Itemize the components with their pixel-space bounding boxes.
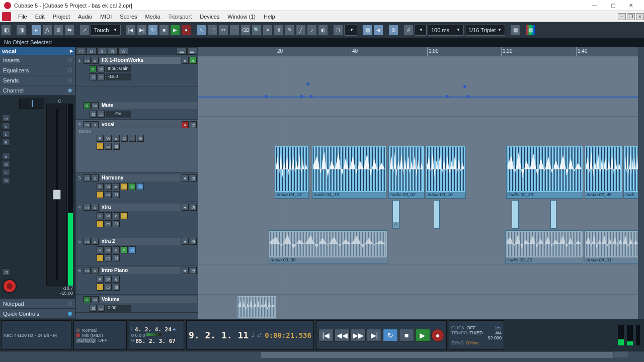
automation-mode-select[interactable]: Touch▼ [91,25,121,36]
lane-xtra[interactable]: Audio 03_30 Audio 03_20 Audio 04_01 [198,230,644,264]
mute-button[interactable]: m [84,121,91,128]
inspector-track-name[interactable]: vocal▶ [0,47,75,55]
erase-tool[interactable]: ⌫ [240,25,251,36]
audio-clip[interactable]: Audio 02_30 [506,146,583,199]
menu-file[interactable]: File [14,13,31,21]
record-button[interactable]: ● [431,329,444,342]
audio-clip[interactable]: Audio 04_01 [585,230,640,264]
line-tool[interactable]: ╱ [296,25,306,36]
audio-clip[interactable]: intro piano [237,296,276,319]
track-header-btn[interactable]: S [97,48,107,55]
write-button[interactable]: W [92,296,99,303]
audio-clip[interactable]: Audio 03_02 [388,146,425,199]
show-inspector-button[interactable]: ◨ [16,25,26,36]
read-button[interactable]: R [84,296,91,303]
ch-eq[interactable]: ≈ [2,169,10,176]
read-button[interactable]: R [84,102,91,109]
track-field[interactable]: -15.0 [106,73,131,80]
audio-clip[interactable]: A [392,200,399,229]
menu-window[interactable]: Window (1) [223,13,260,21]
state-button-3[interactable]: ⊞ [53,25,63,36]
track-name[interactable]: Mute [100,102,197,109]
constrain-button[interactable]: ◧ [1,25,11,36]
track-field[interactable]: On [106,111,131,118]
audio-clip[interactable]: Audio 03_20 [505,230,583,264]
track-name[interactable]: xtra [100,204,181,211]
track-name[interactable]: Intro Piano [100,267,181,274]
snap-zero-button[interactable]: ◀ [373,25,383,36]
menu-scores[interactable]: Scores [116,13,141,21]
lane-intro-piano[interactable]: intro piano [198,296,644,319]
automation-node[interactable] [265,95,268,98]
menu-help[interactable]: Help [260,13,279,21]
ch-send[interactable]: ⊙ [2,177,10,184]
stop-button[interactable]: ■ [399,329,414,342]
track-row[interactable]: 1 m s FX 1-RoomWorks e ● R W Input Gain … [75,55,198,86]
write-button[interactable]: W [98,65,105,72]
play-button[interactable]: ▶ [415,329,430,342]
midi-record-mode[interactable]: Mix (MIDI) [82,333,103,338]
state-button-4[interactable]: ⇆ [64,25,74,36]
tempo-value[interactable]: 92.000 [488,335,502,340]
mute-button[interactable]: m [84,204,91,211]
track-header-btn[interactable]: ▬ [177,48,187,55]
lane-harmony[interactable]: A [198,200,644,229]
zoom-in-button[interactable] [621,351,628,357]
record-enable-button[interactable]: ● [182,204,189,211]
track-row[interactable]: 5 m s xtra 2 ● ◔ RWe≈⊙ ♪▭⊡ [75,236,198,265]
edit-button[interactable]: e [182,57,189,64]
write-button[interactable]: W [92,102,99,109]
lane-xtra2[interactable] [198,265,644,295]
record-enable-button[interactable]: ● [182,174,189,182]
playhead[interactable] [280,56,280,319]
grid-icon[interactable]: # [404,25,414,36]
track-row[interactable]: 6 m s Intro Piano ● ◔ RWe ♪▭⊡ [75,265,198,295]
ch-solo[interactable]: s [2,123,10,130]
play-button[interactable]: ▶ [170,25,180,36]
mute-button[interactable]: m [84,267,91,274]
horizontal-scrollbar[interactable] [261,352,613,358]
mute-button[interactable]: m [84,57,91,64]
volume-fader[interactable] [46,104,67,286]
solo-button[interactable]: s [92,174,99,182]
state-button-1[interactable]: ▸ [31,25,41,36]
track-row[interactable]: 2 m s vocal ● ◔ stereo R W e ∅ ≈ ⊙ ♪ ▭ ⊡ [75,120,198,173]
ch-insert[interactable]: ∅ [2,161,10,168]
child-minimize-button[interactable]: – [618,13,626,20]
automation-node[interactable] [446,95,449,98]
track-row[interactable]: 4 m s xtra ● ◔ RWe∅ ♪▭⊡ [75,202,198,236]
menu-media[interactable]: Media [141,13,165,21]
monitor-button[interactable]: ◔ [190,174,197,182]
secondary-time-display[interactable]: 0:00:21.536 [265,331,311,339]
solo-button[interactable]: s [92,267,99,274]
left-locator[interactable]: 4. 2. 4. 24 [135,326,172,333]
track-row[interactable]: 3 m s Harmony ● ◔ RWe∅≈⊙ ♪▭⊡ [75,173,198,202]
menu-midi[interactable]: MIDI [96,13,116,21]
nudge-button[interactable]: ⊓ [333,25,343,36]
go-to-end-button[interactable]: ▶| [367,329,382,342]
automation-icon[interactable]: ↗ [79,25,90,36]
monitor-button[interactable]: ◔ [190,204,197,211]
palette-button[interactable]: ▦ [525,25,535,36]
automation-node[interactable] [466,95,469,98]
audio-clip[interactable]: Audio 03_10 [426,146,466,199]
go-start-button[interactable]: |◀ [126,25,136,36]
auto-quantize-value[interactable]: OFF [98,338,107,343]
track-name[interactable]: Harmony [100,174,181,182]
track-row[interactable]: R W Volume ⊡▭ 0.00 [75,295,198,313]
track-name[interactable]: xtra 2 [100,238,181,245]
ch-record-enable[interactable] [2,279,17,294]
bypass-button[interactable]: ● [190,57,197,64]
ch-listen[interactable]: L [2,131,10,138]
rewind-button[interactable]: ◀◀ [335,329,350,342]
grid-dropdown[interactable]: ▼ [415,25,427,36]
track-header-btn[interactable]: R [108,48,118,55]
child-restore-button[interactable]: ❐ [627,13,635,20]
state-button-2[interactable]: ⋀ [42,25,52,36]
ch-monitor[interactable]: ◔ [2,268,10,276]
menu-edit[interactable]: Edit [31,13,49,21]
record-mode[interactable]: Normal [82,328,97,333]
zoom-tool[interactable]: 🔍 [252,25,262,36]
audio-clip[interactable] [434,200,440,229]
inspector-inserts[interactable]: Inserts [0,55,75,65]
